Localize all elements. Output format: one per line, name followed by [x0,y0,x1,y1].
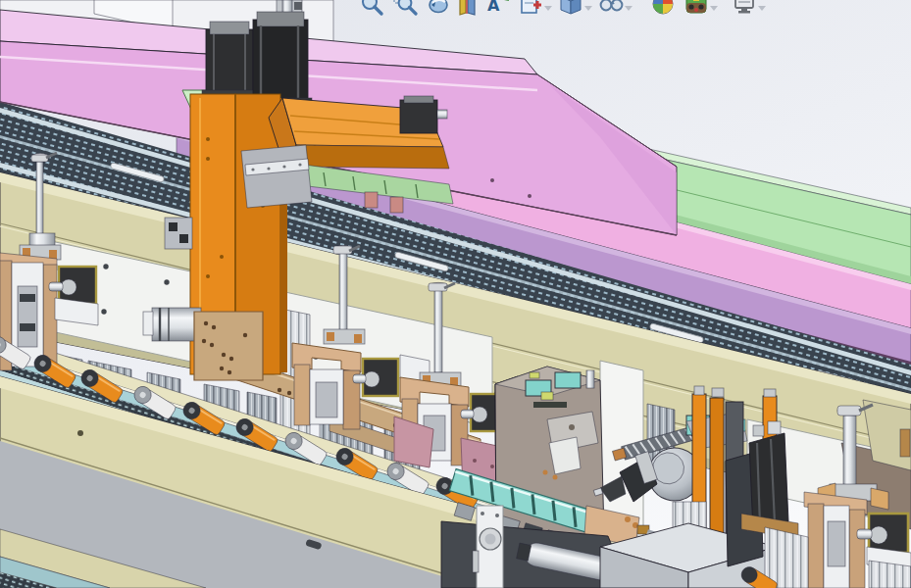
view-orientation-cube-icon[interactable] [558,0,583,17]
edit-appearance-icon[interactable] [650,0,676,17]
z-stepper-motor-right [249,12,312,108]
cable-connector-block [165,218,192,249]
svg-text:A: A [487,0,500,15]
apply-scene-icon[interactable] [683,0,709,17]
zoom-to-fit-icon[interactable] [359,0,384,17]
hide-show-items-dropdown[interactable] [624,0,633,17]
dynamic-annotation-views-icon[interactable]: A [484,0,510,17]
document-edit-dropdown[interactable] [543,0,552,17]
apply-scene-dropdown[interactable] [709,0,718,17]
zoom-to-area-icon[interactable] [392,0,418,17]
end-bracket [473,506,503,588]
cad-viewport[interactable]: A [0,0,911,588]
section-view-icon[interactable] [455,0,481,17]
hide-show-items-icon[interactable] [598,0,624,17]
right-frame [804,492,867,588]
view-settings-icon[interactable] [732,0,757,17]
z-stepper-motor-left [202,22,257,100]
cylinder-rod [36,162,43,236]
view-settings-dropdown[interactable] [757,0,766,17]
previous-view-icon[interactable] [426,0,451,17]
machine-assembly-render [0,0,911,588]
heads-up-view-toolbar: A [359,0,766,17]
document-edit-icon[interactable] [518,0,543,17]
view-orientation-dropdown[interactable] [583,0,592,17]
